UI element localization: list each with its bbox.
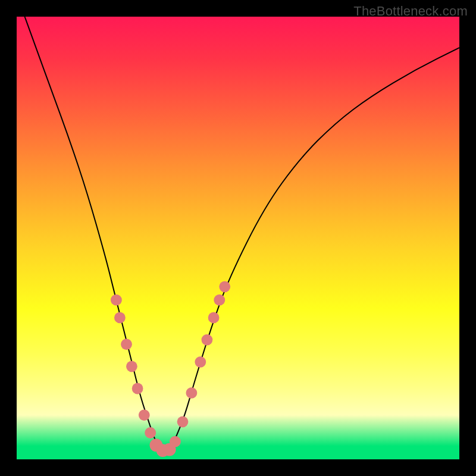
curve-layer xyxy=(17,17,459,459)
curve-dot xyxy=(170,436,181,447)
bottleneck-curve xyxy=(17,17,459,450)
curve-dot xyxy=(195,356,206,368)
curve-dot xyxy=(145,427,156,439)
curve-dot xyxy=(177,416,189,427)
curve-dot xyxy=(219,281,230,292)
curve-dot xyxy=(202,334,213,346)
curve-dot xyxy=(208,312,220,324)
curve-dot xyxy=(186,387,198,399)
curve-dot xyxy=(121,339,132,350)
curve-dot xyxy=(126,361,137,372)
curve-dot xyxy=(132,383,143,394)
curve-dot xyxy=(114,312,126,324)
plot-area xyxy=(17,17,459,459)
curve-dot xyxy=(214,295,225,306)
curve-dot xyxy=(111,295,122,306)
curve-dots xyxy=(111,281,230,457)
chart-stage: TheBottleneck.com xyxy=(0,0,476,476)
curve-dot xyxy=(139,409,150,421)
